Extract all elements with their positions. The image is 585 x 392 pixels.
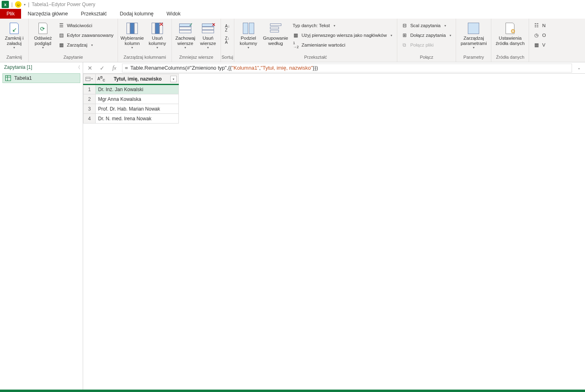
data-type-button[interactable]: Typ danych: Tekst▼ — [291, 21, 394, 30]
smiley-icon[interactable]: ☺ — [15, 1, 21, 8]
remove-rows-label: Usuń wiersze — [200, 36, 216, 46]
choose-columns-button[interactable]: Wybieranie kolumn ▼ — [120, 20, 144, 49]
caret-down-icon: ▼ — [390, 34, 393, 37]
sort-desc-button[interactable]: Z↓A — [225, 35, 230, 46]
new-label: N — [542, 23, 545, 28]
replace-icon: 1→2 — [293, 42, 299, 48]
query-item-tabela1[interactable]: Tabela1 — [2, 73, 80, 83]
recent-sources-button[interactable]: ◷O — [531, 31, 547, 40]
tab-file[interactable]: Plik — [0, 9, 21, 19]
grid-corner-menu[interactable]: ▼ — [84, 74, 96, 85]
table-row[interactable]: 4Dr. N. med. Irena Nowak — [84, 114, 179, 124]
group-manage-columns-label: Zarządzaj kolumnami — [118, 55, 171, 62]
title-bar: x | ☺ ▾ | Tabela1–Edytor Power Query — [0, 0, 585, 9]
files-icon: ⧉ — [401, 42, 408, 48]
type-text-icon: ABC — [97, 75, 105, 82]
manage-button[interactable]: ▦Zarządzaj▼ — [56, 40, 115, 49]
tab-transform[interactable]: Przekształć — [75, 9, 114, 19]
replace-values-label: Zamienianie wartości — [302, 43, 345, 47]
close-and-load-button[interactable]: ↙ Zamknij i załaduj ▼ — [2, 20, 26, 49]
queries-pane-header: Zapytania [1] 〈 — [0, 62, 83, 72]
caret-down-icon: ▼ — [184, 46, 187, 49]
qat-dropdown-icon[interactable]: ▾ — [24, 3, 26, 6]
use-first-row-headers-button[interactable]: ▦Użyj pierwszego wiersza jako nagłówków▼ — [291, 31, 394, 40]
collapse-pane-icon[interactable]: 〈 — [76, 64, 80, 70]
refresh-preview-label: Odśwież podgląd — [34, 36, 52, 46]
merge-queries-button[interactable]: ⊟Scal zapytania▼ — [400, 21, 454, 30]
combine-files-label: Połącz pliki — [410, 43, 434, 47]
properties-button[interactable]: ☰Właściwości — [56, 21, 115, 30]
formula-equals: = — [125, 65, 128, 71]
sort-asc-button[interactable]: A↓Z — [225, 23, 230, 34]
append-queries-button[interactable]: ⊞Dołącz zapytania▼ — [400, 31, 454, 40]
caret-down-icon: ▼ — [131, 46, 134, 49]
refresh-preview-button[interactable]: ⟳ Odśwież podgląd ▼ — [31, 20, 55, 49]
formula-string-1: "Kolumna1" — [231, 65, 259, 71]
formula-text-1: Table.RenameColumns(#"Zmieniono typ",{{ — [131, 65, 232, 71]
tab-add-column[interactable]: Dodaj kolumnę — [113, 9, 160, 19]
group-manage-columns: Wybieranie kolumn ▼ ✕ Usuń kolumny ▼ Zar… — [118, 19, 172, 62]
replace-values-button[interactable]: 1→2Zamienianie wartości — [291, 40, 394, 49]
table-row[interactable]: 2Mgr Anna Kowalska — [84, 94, 179, 104]
split-column-button[interactable]: Podziel kolumny ▼ — [237, 20, 260, 49]
remove-rows-button[interactable]: ✕ Usuń wiersze ▼ — [198, 20, 218, 49]
group-new-query-label — [529, 55, 550, 62]
manage-parameters-button[interactable]: Zarządzaj parametrami ▼ — [459, 20, 489, 49]
cell: Dr. N. med. Irena Nowak — [96, 114, 179, 124]
row-number: 1 — [84, 85, 96, 94]
caret-down-icon: ▼ — [91, 44, 94, 47]
formula-text-3: }}) — [313, 65, 318, 71]
status-bar — [0, 390, 585, 392]
fx-icon[interactable]: fx — [110, 64, 119, 72]
group-query-label: Zapytanie — [29, 55, 118, 62]
group-reduce-rows-label: Zmniejsz wiersze — [172, 55, 221, 62]
ribbon: ↙ Zamknij i załaduj ▼ Zamknij ⟳ Odśwież … — [0, 19, 585, 62]
table-row[interactable]: 3Prof. Dr. Hab. Marian Nowak — [84, 104, 179, 114]
keep-rows-label: Zachowaj wiersze — [175, 36, 195, 46]
cell: Prof. Dr. Hab. Marian Nowak — [96, 104, 179, 114]
accept-formula-button[interactable]: ✓ — [98, 64, 107, 72]
tab-view[interactable]: Widok — [160, 9, 187, 19]
split-column-label: Podziel kolumny — [240, 36, 257, 46]
tab-home[interactable]: Narzędzia główne — [21, 9, 74, 19]
data-source-settings-label: Ustawienia źródła danych — [496, 36, 525, 46]
append-queries-label: Dołącz zapytania — [410, 33, 446, 38]
remove-columns-label: Usuń kolumny — [149, 36, 166, 46]
column-header[interactable]: ABC Tytuł, imię, nazwisko ▼ — [96, 74, 179, 85]
group-data-sources-label: Źródła danych — [491, 55, 529, 62]
table-row[interactable]: 1Dr. Inż. Jan Kowalski — [84, 85, 179, 94]
data-grid: ▼ ABC Tytuł, imię, nazwisko ▼ 1Dr. Inż. … — [83, 74, 179, 124]
data-source-settings-button[interactable]: ⚙ Ustawienia źródła danych — [494, 20, 526, 46]
formula-bar: ✕ ✓ fx = Table.RenameColumns(#"Zmieniono… — [83, 62, 585, 74]
group-sort-label: Sortuj — [221, 55, 234, 62]
cancel-formula-button[interactable]: ✕ — [86, 64, 94, 72]
expand-formula-button[interactable]: ⌄ — [575, 66, 583, 70]
column-filter-button[interactable]: ▼ — [170, 76, 177, 82]
group-data-sources: ⚙ Ustawienia źródła danych Źródła danych — [491, 19, 529, 62]
group-transform: Podziel kolumny ▼ Grupowanie według Typ … — [234, 19, 397, 62]
cell: Dr. Inż. Jan Kowalski — [96, 85, 179, 94]
main-area: ✕ ✓ fx = Table.RenameColumns(#"Zmieniono… — [83, 62, 585, 390]
keep-rows-button[interactable]: ✓ Zachowaj wiersze ▼ — [174, 20, 196, 49]
data-preview: ▼ ABC Tytuł, imię, nazwisko ▼ 1Dr. Inż. … — [83, 74, 585, 124]
formula-input[interactable]: = Table.RenameColumns(#"Zmieniono typ",{… — [122, 64, 572, 72]
enter-data-button[interactable]: ▦V — [531, 40, 547, 49]
caret-down-icon: ▼ — [472, 46, 475, 49]
remove-columns-button[interactable]: ✕ Usuń kolumny ▼ — [146, 20, 169, 49]
advanced-editor-button[interactable]: ▤Edytor zaawansowany — [56, 31, 115, 40]
manage-icon: ▦ — [58, 42, 64, 48]
group-transform-label: Przekształć — [234, 55, 397, 62]
group-query: ⟳ Odśwież podgląd ▼ ☰Właściwości ▤Edytor… — [29, 19, 118, 62]
group-by-button[interactable]: Grupowanie według — [262, 20, 289, 46]
row-number: 4 — [84, 114, 96, 124]
merge-queries-label: Scal zapytania — [410, 23, 441, 28]
choose-columns-label: Wybieranie kolumn — [120, 36, 144, 46]
caret-down-icon: ▼ — [444, 24, 447, 27]
new-source-button[interactable]: ☷N — [531, 21, 547, 30]
editor-icon: ▤ — [58, 32, 64, 38]
enter-data-label: V — [542, 43, 545, 47]
enter-data-icon: ▦ — [533, 42, 540, 48]
advanced-editor-label: Edytor zaawansowany — [67, 33, 114, 38]
caret-down-icon: ▼ — [247, 46, 250, 49]
table-icon — [5, 75, 11, 81]
